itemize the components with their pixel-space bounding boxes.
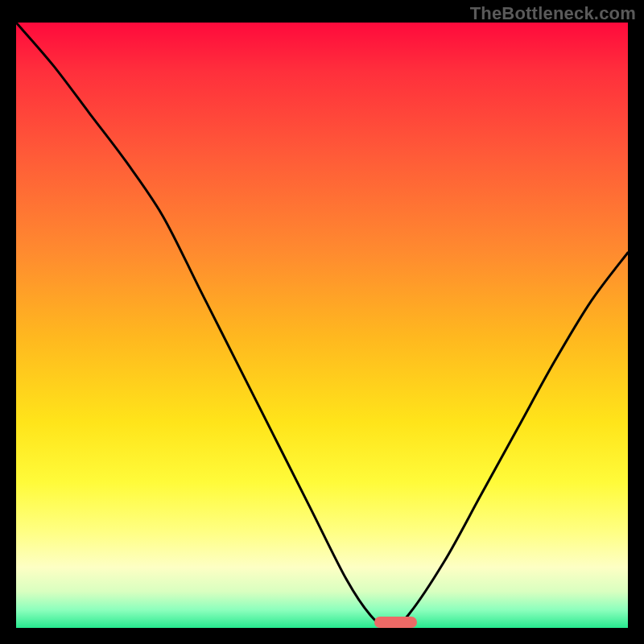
plot-area <box>16 23 628 628</box>
chart-frame: TheBottleneck.com <box>0 0 644 644</box>
optimal-range-marker <box>374 617 417 628</box>
watermark-text: TheBottleneck.com <box>470 3 636 24</box>
bottleneck-curve <box>16 23 628 628</box>
